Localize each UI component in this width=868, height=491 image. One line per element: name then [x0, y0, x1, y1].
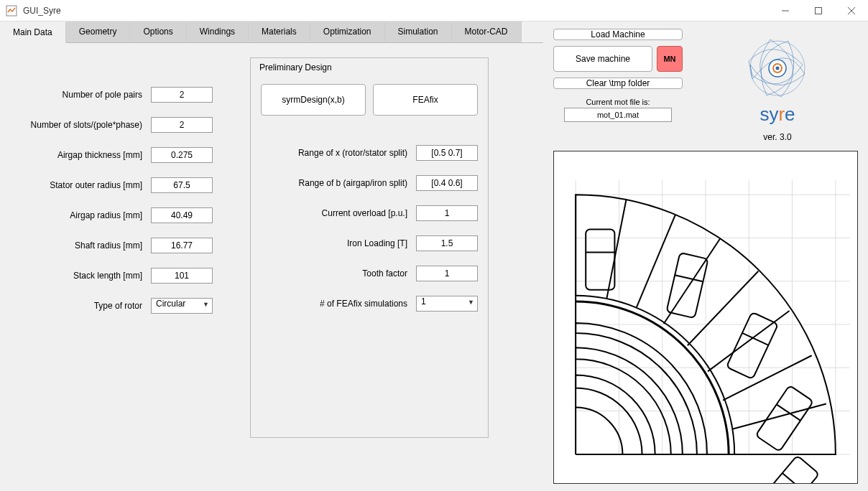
svg-line-31 [732, 404, 826, 429]
feafix-sims-select[interactable]: 1 [416, 296, 478, 312]
svg-line-30 [723, 355, 812, 400]
airgap-thickness-label: Airgap thickness [mm] [7, 150, 151, 160]
svg-line-26 [637, 215, 675, 308]
save-machine-button[interactable]: Save machine [553, 46, 652, 72]
load-machine-button[interactable]: Load Machine [553, 29, 683, 40]
current-file-label: Current mot file is: [553, 98, 683, 106]
slots-input[interactable] [151, 117, 213, 133]
svg-rect-35 [666, 253, 708, 318]
current-overload-input[interactable] [416, 205, 478, 221]
tooth-factor-label: Tooth factor [261, 268, 416, 279]
preliminary-design-group: Preliminary Design syrmDesign(x,b) FEAfi… [250, 57, 489, 438]
syrm-design-button[interactable]: syrmDesign(x,b) [261, 84, 366, 116]
pole-pairs-label: Number of pole pairs [7, 90, 151, 100]
tab-windings[interactable]: Windings [187, 22, 249, 42]
close-button[interactable] [835, 0, 868, 22]
svg-point-8 [776, 67, 780, 70]
range-b-label: Range of b (airgap/iron split) [261, 178, 416, 188]
airgap-radius-input[interactable] [151, 207, 213, 223]
svg-rect-37 [726, 312, 778, 379]
svg-line-25 [606, 200, 626, 299]
titlebar: GUI_Syre [0, 0, 868, 22]
svg-line-28 [688, 271, 758, 345]
svg-line-40 [777, 404, 800, 420]
stator-outer-radius-label: Stator outer radius [mm] [7, 180, 151, 190]
iron-loading-label: Iron Loading [T] [261, 238, 416, 248]
stack-length-input[interactable] [151, 268, 213, 284]
slots-label: Number of slots/(pole*phase) [7, 120, 151, 130]
svg-rect-2 [816, 8, 822, 14]
minimize-button[interactable] [769, 0, 802, 22]
shaft-radius-label: Shaft radius [mm] [7, 240, 151, 251]
window-title: GUI_Syre [23, 6, 61, 16]
rotor-type-label: Type of rotor [7, 301, 151, 311]
tab-optimization[interactable]: Optimization [310, 22, 385, 42]
range-b-input[interactable] [416, 175, 478, 191]
svg-line-42 [782, 473, 805, 483]
tab-geometry[interactable]: Geometry [66, 22, 131, 42]
current-file-value: mot_01.mat [564, 108, 672, 122]
iron-loading-input[interactable] [416, 235, 478, 251]
preliminary-design-title: Preliminary Design [257, 62, 335, 73]
range-x-input[interactable] [416, 145, 478, 161]
airgap-thickness-input[interactable] [151, 147, 213, 163]
feafix-sims-label: # of FEAfix simulations [261, 299, 416, 309]
tooth-factor-input[interactable] [416, 266, 478, 281]
svg-line-36 [675, 275, 703, 281]
svg-text:syre: syre [760, 103, 795, 125]
feafix-button[interactable]: FEAfix [373, 84, 478, 116]
pole-pairs-input[interactable] [151, 87, 213, 103]
motor-cross-section-plot [553, 151, 858, 484]
maximize-button[interactable] [802, 0, 835, 22]
clear-tmp-button[interactable]: Clear \tmp folder [553, 78, 683, 89]
svg-rect-39 [756, 385, 814, 452]
stack-length-label: Stack length [mm] [7, 271, 151, 281]
rotor-type-select[interactable]: Circular [151, 298, 213, 314]
tab-options[interactable]: Options [130, 22, 186, 42]
tab-bar: Main Data Geometry Options Windings Mate… [0, 22, 543, 43]
current-overload-label: Current overload [p.u.] [261, 208, 416, 218]
stator-outer-radius-input[interactable] [151, 177, 213, 193]
version-label: ver. 3.0 [763, 132, 791, 142]
syre-logo-icon: syre [727, 29, 828, 129]
airgap-radius-label: Airgap radius [mm] [7, 210, 151, 220]
tab-simulation[interactable]: Simulation [385, 22, 452, 42]
tab-motor-cad[interactable]: Motor-CAD [452, 22, 522, 42]
mn-button[interactable]: MN [657, 46, 683, 72]
tab-main-data[interactable]: Main Data [0, 22, 66, 43]
tab-materials[interactable]: Materials [249, 22, 310, 42]
range-x-label: Range of x (rotor/stator split) [261, 148, 416, 158]
shaft-radius-input[interactable] [151, 238, 213, 253]
app-icon [6, 5, 17, 17]
